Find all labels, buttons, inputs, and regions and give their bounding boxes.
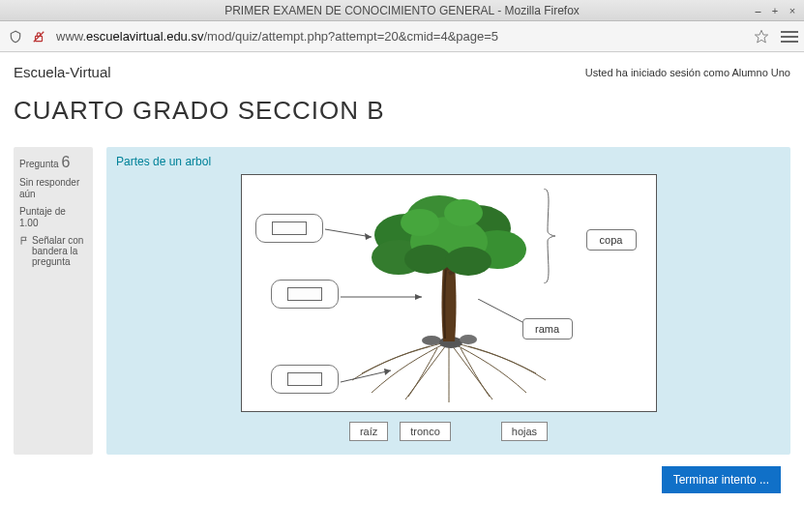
arrow-rama (478, 299, 522, 324)
window-minimize-icon[interactable]: ‒ (752, 5, 763, 16)
bookmark-star-icon[interactable] (752, 27, 771, 46)
question-number-value: 6 (61, 154, 70, 170)
brace-icon (542, 189, 555, 283)
svg-point-15 (444, 199, 483, 226)
page-title: CUARTO GRADO SECCION B (14, 96, 790, 126)
window-maximize-icon[interactable]: + (769, 5, 781, 16)
login-status: Usted ha iniciado sesión como Alumno Uno (585, 67, 790, 78)
finish-attempt-button[interactable]: Terminar intento ... (662, 466, 781, 493)
word-chip-raiz[interactable]: raíz (349, 422, 388, 441)
arrow-3 (341, 369, 391, 386)
svg-line-16 (325, 229, 372, 237)
flag-icon (19, 236, 29, 246)
window-close-icon[interactable]: × (787, 5, 798, 16)
question-label: Pregunta (19, 159, 59, 169)
lock-icon[interactable] (29, 27, 48, 46)
shield-icon[interactable] (6, 27, 25, 46)
question-number: Pregunta 6 (19, 153, 87, 171)
svg-line-22 (478, 299, 522, 322)
window-titlebar: PRIMER EXAMEN DE CONOCIMIENTO GENERAL - … (0, 0, 804, 21)
question-state: Sin responder aún (19, 177, 87, 200)
svg-point-12 (404, 245, 451, 274)
url-prefix: www. (56, 29, 86, 44)
label-rama[interactable]: rama (522, 318, 573, 340)
arrow-2 (341, 293, 422, 303)
flag-question-button[interactable]: Señalar con bandera la pregunta (19, 235, 87, 267)
word-chip-hojas[interactable]: hojas (501, 422, 548, 441)
word-chip-tronco[interactable]: tronco (400, 422, 451, 441)
question-text: Partes de un arbol (116, 155, 781, 168)
diagram-container: copa rama (241, 174, 657, 412)
svg-marker-19 (415, 294, 422, 300)
site-name[interactable]: Escuela-Virtual (14, 64, 111, 80)
drop-zone-1[interactable] (255, 214, 323, 243)
svg-line-20 (341, 370, 391, 382)
question-info-panel: Pregunta 6 Sin responder aún Puntaje de … (14, 147, 93, 455)
label-copa-text: copa (600, 234, 623, 246)
svg-point-5 (460, 335, 477, 344)
arrow-1 (325, 227, 372, 241)
window-title: PRIMER EXAMEN DE CONOCIMIENTO GENERAL - … (224, 4, 580, 17)
question-body: Partes de un arbol (106, 147, 790, 455)
label-copa[interactable]: copa (586, 229, 637, 251)
flag-label: Señalar con bandera la pregunta (32, 235, 87, 267)
svg-marker-17 (365, 233, 372, 240)
hamburger-menu-icon[interactable] (781, 31, 798, 43)
svg-point-14 (401, 209, 439, 236)
drop-zone-2[interactable] (271, 280, 339, 309)
url-domain: escuelavirtual.edu.sv (86, 29, 203, 44)
browser-toolbar: www.escuelavirtual.edu.sv/mod/quiz/attem… (0, 21, 804, 52)
label-rama-text: rama (535, 323, 559, 335)
svg-marker-2 (755, 30, 767, 43)
drop-zone-3[interactable] (271, 365, 339, 394)
word-bank: raíz tronco hojas (116, 422, 781, 441)
svg-marker-21 (384, 369, 391, 375)
svg-point-3 (422, 336, 441, 345)
url-path: /mod/quiz/attempt.php?attempt=20&cmid=4&… (203, 29, 498, 44)
url-bar[interactable]: www.escuelavirtual.edu.sv/mod/quiz/attem… (52, 29, 744, 44)
svg-point-13 (445, 247, 491, 276)
question-points: Puntaje de 1.00 (19, 206, 87, 229)
